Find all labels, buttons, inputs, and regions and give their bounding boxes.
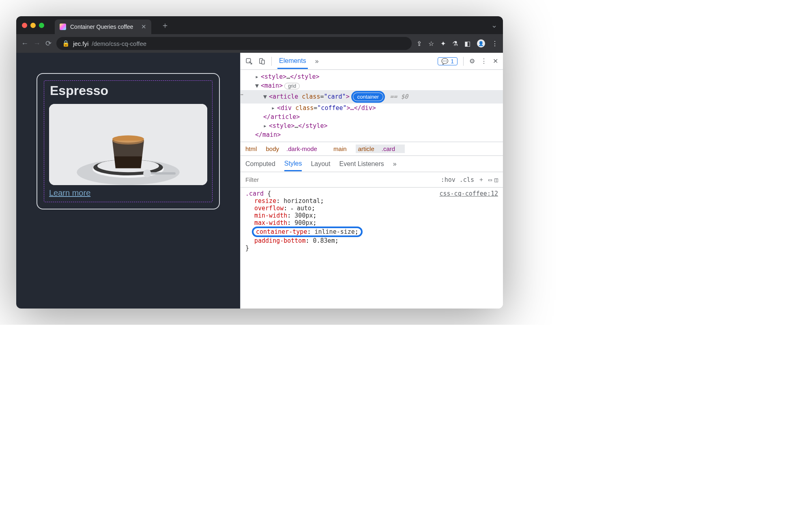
profile-avatar[interactable]: 👤 — [477, 39, 485, 47]
bookmark-icon[interactable]: ☆ — [428, 40, 434, 47]
titlebar: Container Queries coffee ✕ ＋ ⌄ — [16, 16, 503, 34]
crumb-body[interactable]: body.dark-mode — [266, 145, 324, 152]
svg-point-8 — [143, 169, 151, 177]
extensions-icon[interactable]: ✦ — [440, 40, 446, 47]
styles-filter-bar: :hov .cls ＋ ▭ ◫ — [241, 172, 503, 188]
menu-icon[interactable]: ⋮ — [492, 40, 498, 47]
share-icon[interactable]: ⇪ — [417, 40, 422, 47]
url-host: jec.fyi — [73, 40, 88, 47]
content-area: Espresso — [16, 53, 503, 309]
close-devtools-icon[interactable]: ✕ — [493, 57, 498, 65]
filter-input[interactable] — [245, 176, 437, 183]
dom-tree[interactable]: ▸<style>…</style> ▼<main>grid ▼<article … — [241, 70, 503, 142]
css-rule[interactable]: css-cq-coffee:12 .card { resize: horizon… — [241, 188, 503, 254]
hov-button[interactable]: :hov — [441, 176, 455, 183]
labs-icon[interactable]: ⚗ — [452, 40, 458, 47]
container-badge[interactable]: container — [353, 93, 383, 101]
url-path: /demo/css-cq-coffee — [92, 40, 146, 47]
dom-node-article[interactable]: ▼<article class="card">container== $0 — [241, 90, 503, 104]
kebab-icon[interactable]: ⋮ — [481, 57, 487, 65]
new-rule-button[interactable]: ＋ — [478, 176, 484, 183]
address-bar: ← → ⟳ 🔒 jec.fyi/demo/css-cq-coffee ⇪ ☆ ✦… — [16, 34, 503, 53]
gear-icon[interactable]: ⚙ — [469, 57, 475, 65]
learn-more-link[interactable]: Learn more — [49, 188, 207, 198]
sidepanel-icon[interactable]: ◧ — [464, 40, 470, 47]
tab-elements[interactable]: Elements — [277, 57, 308, 69]
crumb-html[interactable]: html — [245, 145, 257, 152]
forward-button[interactable]: → — [33, 39, 41, 48]
svg-rect-11 — [262, 60, 264, 64]
window-controls — [22, 23, 44, 28]
close-window-icon[interactable] — [22, 23, 27, 28]
devtools-toolbar: Elements » 💬 1 ⚙ ⋮ ✕ — [241, 53, 503, 70]
coffee-image — [49, 104, 207, 185]
card-overlay: Espresso — [44, 80, 213, 202]
reload-button[interactable]: ⟳ — [45, 39, 52, 48]
container-badge-highlight: container — [351, 91, 385, 103]
close-tab-icon[interactable]: ✕ — [141, 23, 146, 30]
toolbar-icons: ⇪ ☆ ✦ ⚗ ◧ 👤 ⋮ — [417, 39, 498, 47]
styles-tabbar: Computed Styles Layout Event Listeners » — [241, 156, 503, 172]
browser-tab[interactable]: Container Queries coffee ✕ — [55, 19, 151, 34]
chevron-down-icon[interactable]: ⌄ — [491, 21, 497, 30]
source-link[interactable]: css-cq-coffee:12 — [440, 190, 498, 197]
back-button[interactable]: ← — [21, 39, 28, 48]
lock-icon: 🔒 — [62, 40, 70, 47]
new-tab-button[interactable]: ＋ — [161, 20, 169, 31]
grid-badge[interactable]: grid — [284, 83, 300, 89]
tab-computed[interactable]: Computed — [245, 160, 275, 168]
maximize-window-icon[interactable] — [39, 23, 44, 28]
favicon-icon — [60, 24, 66, 30]
inspect-icon[interactable] — [245, 58, 253, 65]
container-type-highlight: container-type: inline-size; — [252, 227, 363, 237]
sidebar-toggle-icon[interactable]: ◫ — [494, 176, 498, 183]
tab-event-listeners[interactable]: Event Listeners — [339, 160, 384, 168]
device-toggle-icon[interactable] — [258, 58, 266, 65]
tab-title: Container Queries coffee — [70, 24, 133, 30]
url-input[interactable]: 🔒 jec.fyi/demo/css-cq-coffee — [56, 37, 412, 50]
crumb-main[interactable]: main — [333, 145, 347, 152]
breadcrumb[interactable]: html body.dark-mode main article.card — [241, 142, 503, 156]
tab-layout[interactable]: Layout — [311, 160, 330, 168]
card-heading: Espresso — [50, 83, 207, 98]
card: Espresso — [37, 73, 220, 209]
tab-more[interactable]: » — [314, 58, 320, 65]
tab-styles[interactable]: Styles — [284, 160, 302, 171]
browser-window: Container Queries coffee ✕ ＋ ⌄ ← → ⟳ 🔒 j… — [16, 16, 503, 309]
computed-toggle-icon[interactable]: ▭ — [488, 176, 492, 183]
rendered-page: Espresso — [16, 53, 240, 309]
crumb-article[interactable]: article.card — [356, 145, 405, 153]
messages-badge[interactable]: 💬 1 — [438, 57, 458, 65]
tab-more[interactable]: » — [393, 160, 397, 168]
cls-button[interactable]: .cls — [460, 176, 474, 183]
devtools-panel: Elements » 💬 1 ⚙ ⋮ ✕ ▸<style>…</style> ▼… — [240, 53, 503, 309]
link-text[interactable]: Learn more — [49, 188, 90, 197]
minimize-window-icon[interactable] — [30, 23, 36, 28]
